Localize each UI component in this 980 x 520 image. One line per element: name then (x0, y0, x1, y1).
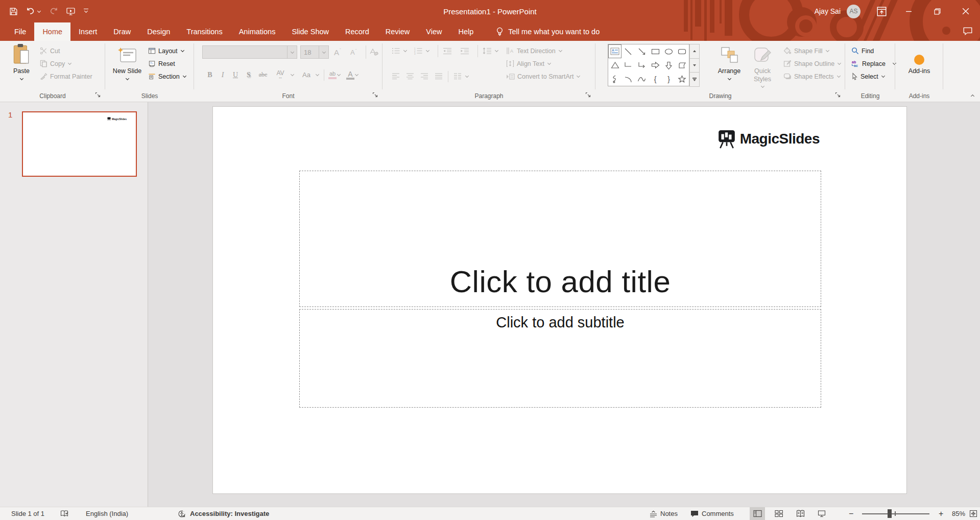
tab-draw[interactable]: Draw (105, 22, 139, 41)
tab-slide-show[interactable]: Slide Show (283, 22, 337, 41)
slide-editor[interactable]: MagicSlides Click to add title Click to … (212, 106, 907, 494)
slide-sorter-view-button[interactable] (771, 507, 786, 520)
zoom-in-button[interactable]: + (939, 507, 943, 520)
new-slide-dropdown-icon[interactable] (125, 77, 130, 81)
tab-transitions[interactable]: Transitions (178, 22, 230, 41)
paste-dropdown-icon[interactable] (19, 77, 24, 81)
shapes-scroll-down-icon[interactable] (689, 58, 700, 73)
drawing-dialog-launcher-icon[interactable] (835, 92, 842, 99)
tab-view[interactable]: View (418, 22, 450, 41)
shape-rectangle-icon[interactable] (649, 44, 662, 58)
slide-counter[interactable]: Slide 1 of 1 (11, 507, 44, 520)
decrease-font-size-icon: Aˇ (350, 49, 356, 56)
shape-snip-corner-icon[interactable] (676, 58, 689, 72)
shapes-more-icon[interactable] (689, 72, 700, 87)
shape-line-icon[interactable] (622, 44, 635, 58)
paste-button[interactable]: Paste (8, 42, 35, 93)
shape-rounded-rectangle-icon[interactable] (676, 44, 689, 58)
highlight-dropdown-icon (337, 73, 341, 77)
accessibility-status[interactable]: Accessibility: Investigate (190, 507, 269, 520)
arrange-dropdown-icon[interactable] (727, 77, 732, 81)
shape-curve-icon[interactable] (635, 72, 649, 86)
new-slide-button[interactable]: New Slide (112, 42, 142, 93)
thumbnail-brand-logo: MagicSlides (107, 117, 127, 121)
reset-button[interactable]: Reset (148, 57, 175, 70)
minimize-button[interactable] (894, 0, 923, 22)
font-dialog-launcher-icon[interactable] (372, 92, 379, 99)
copy-button: Copy (40, 57, 72, 70)
slideshow-view-button[interactable] (814, 507, 829, 520)
increase-font-size-button: Aˆ (334, 46, 341, 59)
clipboard-dialog-launcher-icon[interactable] (95, 92, 102, 99)
subtitle-placeholder[interactable]: Click to add subtitle (299, 309, 821, 408)
tab-home[interactable]: Home (34, 22, 70, 41)
tab-record[interactable]: Record (337, 22, 377, 41)
shape-scribble-icon[interactable] (608, 72, 622, 86)
account-name[interactable]: Ajay Sai (815, 7, 841, 15)
layout-dropdown-icon[interactable] (180, 49, 185, 53)
tab-review[interactable]: Review (377, 22, 418, 41)
align-text-button: Align Text (506, 57, 552, 70)
shape-triangle-icon[interactable] (608, 58, 622, 72)
zoom-level[interactable]: 85% (952, 507, 965, 520)
smartart-icon (506, 73, 515, 80)
reading-view-button[interactable] (793, 507, 808, 520)
format-painter-label: Format Painter (50, 73, 92, 80)
tab-design[interactable]: Design (139, 22, 178, 41)
fit-slide-to-window-button[interactable] (969, 507, 977, 520)
decrease-font-size-button: Aˇ (350, 46, 356, 59)
shape-text-box-icon[interactable]: A (608, 44, 622, 58)
italic-button: I (217, 71, 229, 79)
tab-help[interactable]: Help (450, 22, 482, 41)
shape-arrow-right-icon[interactable] (649, 58, 662, 72)
shape-star-icon[interactable] (676, 72, 689, 86)
replace-button[interactable]: abac Replace (851, 57, 897, 70)
underline-button: U (229, 71, 242, 79)
shape-fill-dropdown-icon (825, 49, 830, 53)
shape-arc-icon[interactable] (622, 72, 635, 86)
paragraph-dialog-launcher-icon[interactable] (585, 92, 592, 99)
restore-button[interactable] (923, 0, 951, 22)
quick-styles-label: Quick Styles (747, 67, 778, 83)
shape-elbow-connector-icon[interactable] (622, 58, 635, 72)
addins-button[interactable]: Add-ins (904, 42, 935, 93)
select-dropdown-icon[interactable] (881, 74, 886, 79)
layout-button[interactable]: Layout (148, 44, 185, 57)
shape-elbow-arrow-connector-icon[interactable] (635, 58, 649, 72)
zoom-slider-handle[interactable] (888, 509, 892, 518)
notes-toggle[interactable]: Notes (650, 507, 678, 520)
title-placeholder[interactable]: Click to add title (299, 171, 821, 307)
avatar[interactable]: AS (847, 5, 861, 18)
tell-me-box[interactable]: Tell me what you want to do (496, 22, 600, 41)
shape-right-brace-icon[interactable]: } (662, 72, 675, 86)
normal-view-button[interactable] (750, 507, 765, 520)
select-button[interactable]: Select (851, 70, 886, 83)
text-direction-label: Text Direction (517, 48, 556, 55)
shape-arrow-down-icon[interactable] (662, 58, 675, 72)
share-comment-icon[interactable] (963, 27, 973, 36)
font-name-combo (202, 45, 297, 59)
shapes-scroll-up-icon[interactable] (689, 44, 700, 59)
ribbon-display-options-icon[interactable] (869, 0, 894, 22)
tab-file[interactable]: File (6, 22, 34, 41)
zoom-out-button[interactable]: − (849, 507, 853, 520)
find-button[interactable]: Find (851, 44, 874, 57)
arrange-button[interactable]: Arrange (714, 42, 745, 93)
language-indicator[interactable]: English (India) (86, 507, 128, 520)
cut-button: Cut (40, 44, 60, 57)
tab-animations[interactable]: Animations (231, 22, 284, 41)
slide-number: 1 (8, 110, 12, 119)
tab-insert[interactable]: Insert (70, 22, 105, 41)
slide-thumbnail[interactable]: MagicSlides (22, 111, 137, 177)
shape-oval-icon[interactable] (662, 44, 675, 58)
close-button[interactable] (951, 0, 980, 22)
shape-left-brace-icon[interactable]: { (649, 72, 662, 86)
section-button[interactable]: Section (148, 70, 187, 83)
comments-toggle[interactable]: Comments (690, 507, 734, 520)
shape-arrow-icon[interactable] (635, 44, 649, 58)
collapse-ribbon-icon[interactable] (970, 93, 975, 98)
section-dropdown-icon[interactable] (182, 74, 187, 79)
spell-check-icon[interactable] (60, 507, 69, 520)
increase-indent-icon (460, 48, 469, 55)
copy-label: Copy (50, 60, 65, 67)
